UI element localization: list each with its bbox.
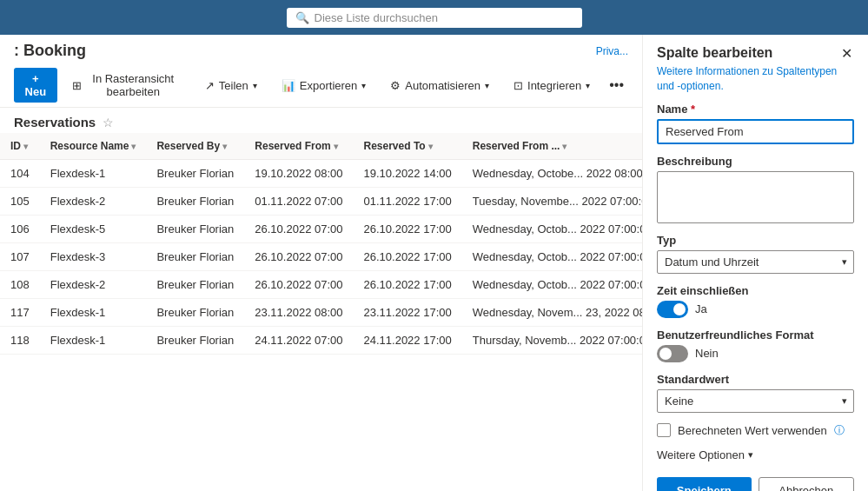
integrate-button[interactable]: ⊡ Integrieren ▾ bbox=[504, 74, 600, 97]
toolbar: + Neu ⊞ In Rasteransicht bearbeiten ↗ Te… bbox=[0, 63, 642, 108]
table-cell-reserved_from: 26.10.2022 07:00 bbox=[244, 243, 353, 271]
table-row[interactable]: 106Flexdesk-5Breuker Florian26.10.2022 0… bbox=[0, 216, 642, 243]
table-cell-resource: Flexdesk-1 bbox=[40, 327, 147, 355]
name-field-label: Name * bbox=[657, 103, 854, 116]
table-cell-reserved_from: 26.10.2022 07:00 bbox=[244, 216, 353, 243]
new-button[interactable]: + Neu bbox=[14, 68, 57, 103]
save-button[interactable]: Speichern bbox=[657, 477, 752, 491]
main-area: : Booking Priva... + Neu ⊞ In Rasteransi… bbox=[0, 35, 868, 491]
table-cell-reserved_to: 01.11.2022 17:00 bbox=[354, 188, 462, 216]
edit-panel-footer: Speichern Abbrechen Löschen bbox=[643, 470, 868, 491]
edit-panel-title: Spalte bearbeiten bbox=[657, 45, 839, 61]
table-row[interactable]: 117Flexdesk-1Breuker Florian23.11.2022 0… bbox=[0, 299, 642, 327]
table-cell-reserved_from2: Wednesday, Octob... 2022 07:00:00 bbox=[462, 271, 642, 299]
table-cell-resource: Flexdesk-2 bbox=[40, 188, 147, 216]
table-cell-reserved_to: 26.10.2022 17:00 bbox=[354, 243, 462, 271]
calculated-value-checkbox[interactable] bbox=[657, 423, 671, 437]
top-bar: 🔍 Diese Liste durchsuchen bbox=[0, 0, 868, 35]
time-include-toggle[interactable] bbox=[657, 301, 688, 318]
table-cell-reserved_by: Breuker Florian bbox=[146, 271, 244, 299]
edit-panel-subtitle[interactable]: Weitere Informationen zu Spaltentypen un… bbox=[657, 64, 839, 94]
table-cell-reserved_from2: Wednesday, Octobe... 2022 08:00:00 bbox=[462, 160, 642, 188]
table-cell-reserved_by: Breuker Florian bbox=[146, 160, 244, 188]
table-cell-reserved_from2: Tuesday, Novembe... 2022 07:00:00 bbox=[462, 188, 642, 216]
search-box[interactable]: 🔍 Diese Liste durchsuchen bbox=[287, 8, 582, 28]
export-icon: 📊 bbox=[282, 79, 295, 92]
name-input[interactable] bbox=[657, 119, 854, 144]
default-value-field-group: Standardwert Keine ▾ bbox=[657, 373, 854, 413]
table-row[interactable]: 118Flexdesk-1Breuker Florian24.11.2022 0… bbox=[0, 327, 642, 355]
time-include-toggle-label: Ja bbox=[695, 302, 707, 315]
table-cell-resource: Flexdesk-1 bbox=[40, 299, 147, 327]
share-chevron-icon: ▾ bbox=[253, 81, 257, 90]
more-options-button[interactable]: Weitere Optionen ▾ bbox=[657, 448, 854, 461]
table-row[interactable]: 107Flexdesk-3Breuker Florian26.10.2022 0… bbox=[0, 243, 642, 271]
calculated-value-row: Berechneten Wert verwenden ⓘ bbox=[657, 423, 854, 438]
table-cell-resource: Flexdesk-5 bbox=[40, 216, 147, 243]
edit-panel-header: Spalte bearbeiten Weitere Informationen … bbox=[643, 35, 868, 94]
type-select[interactable]: Datum und Uhrzeit bbox=[657, 250, 854, 274]
table-header-row: ID ▾ Resource Name ▾ Res bbox=[0, 133, 642, 160]
description-field-label: Beschreibung bbox=[657, 155, 854, 168]
table-cell-reserved_from: 19.10.2022 08:00 bbox=[244, 160, 353, 188]
automate-icon: ⚙ bbox=[390, 79, 401, 92]
table-cell-reserved_from2: Wednesday, Octob... 2022 07:00:00 bbox=[462, 243, 642, 271]
col-header-id[interactable]: ID ▾ bbox=[0, 133, 40, 160]
required-star: * bbox=[691, 103, 695, 116]
table-row[interactable]: 108Flexdesk-2Breuker Florian26.10.2022 0… bbox=[0, 271, 642, 299]
info-icon[interactable]: ⓘ bbox=[834, 423, 845, 438]
table-cell-reserved_to: 24.11.2022 17:00 bbox=[354, 327, 462, 355]
favorite-star-icon[interactable]: ☆ bbox=[103, 116, 114, 129]
type-field-label: Typ bbox=[657, 234, 854, 247]
close-panel-button[interactable]: ✕ bbox=[839, 45, 854, 63]
app-title: : Booking bbox=[14, 42, 86, 60]
name-field-group: Name * bbox=[657, 103, 854, 144]
more-toolbar-button[interactable]: ••• bbox=[605, 73, 628, 97]
table-cell-reserved_from2: Thursday, Novemb... 2022 07:00:00 bbox=[462, 327, 642, 355]
app-title-row: : Booking Priva... bbox=[0, 35, 642, 63]
description-textarea[interactable] bbox=[657, 171, 854, 223]
table-cell-id: 106 bbox=[0, 216, 40, 243]
table-cell-id: 118 bbox=[0, 327, 40, 355]
integrate-chevron-icon: ▾ bbox=[586, 81, 590, 90]
time-include-toggle-row: Ja bbox=[657, 301, 854, 318]
share-button[interactable]: ↗ Teilen ▾ bbox=[195, 74, 267, 97]
export-button[interactable]: 📊 Exportieren ▾ bbox=[272, 74, 375, 97]
table-row[interactable]: 104Flexdesk-1Breuker Florian19.10.2022 0… bbox=[0, 160, 642, 188]
col-header-reserved-from[interactable]: Reserved From ▾ bbox=[244, 133, 353, 160]
integrate-icon: ⊡ bbox=[514, 79, 523, 92]
col-header-resource[interactable]: Resource Name ▾ bbox=[40, 133, 147, 160]
col-header-reserved-by[interactable]: Reserved By ▾ bbox=[146, 133, 244, 160]
friendly-format-toggle-row: Nein bbox=[657, 345, 854, 362]
automate-button[interactable]: ⚙ Automatisieren ▾ bbox=[381, 74, 499, 97]
table-container: ID ▾ Resource Name ▾ Res bbox=[0, 133, 642, 491]
table-cell-resource: Flexdesk-1 bbox=[40, 160, 147, 188]
friendly-format-toggle[interactable] bbox=[657, 345, 688, 362]
description-field-group: Beschreibung bbox=[657, 155, 854, 223]
edit-panel: Spalte bearbeiten Weitere Informationen … bbox=[642, 35, 868, 491]
table-cell-reserved_to: 19.10.2022 14:00 bbox=[354, 160, 462, 188]
table-cell-id: 105 bbox=[0, 188, 40, 216]
table-row[interactable]: 105Flexdesk-2Breuker Florian01.11.2022 0… bbox=[0, 188, 642, 216]
sort-icon-id: ▾ bbox=[23, 142, 28, 151]
table-cell-id: 117 bbox=[0, 299, 40, 327]
col-header-reserved-from2[interactable]: Reserved From ... ▾ bbox=[462, 133, 642, 160]
default-value-select[interactable]: Keine bbox=[657, 389, 854, 413]
grid-view-button[interactable]: ⊞ In Rasteransicht bearbeiten bbox=[63, 67, 190, 103]
table-cell-reserved_by: Breuker Florian bbox=[146, 299, 244, 327]
table-cell-reserved_from2: Wednesday, Novem... 23, 2022 08:00:00 bbox=[462, 299, 642, 327]
cancel-button[interactable]: Abbrechen bbox=[759, 477, 855, 491]
sort-icon-reserved-from: ▾ bbox=[334, 142, 338, 151]
time-include-label: Zeit einschließen bbox=[657, 284, 854, 297]
friendly-format-toggle-label: Nein bbox=[695, 347, 719, 360]
default-value-label: Standardwert bbox=[657, 373, 854, 386]
type-field-group: Typ Datum und Uhrzeit ▾ bbox=[657, 234, 854, 274]
default-value-select-wrapper: Keine ▾ bbox=[657, 389, 854, 413]
edit-panel-body: Name * Beschreibung Typ Datum und Uhrzei… bbox=[643, 94, 868, 470]
reservations-table: ID ▾ Resource Name ▾ Res bbox=[0, 133, 642, 355]
view-title: Reservations bbox=[14, 115, 96, 129]
automate-chevron-icon: ▾ bbox=[485, 81, 489, 90]
privacy-link[interactable]: Priva... bbox=[596, 45, 628, 57]
col-header-reserved-to[interactable]: Reserved To ▾ bbox=[354, 133, 462, 160]
export-chevron-icon: ▾ bbox=[361, 81, 366, 90]
